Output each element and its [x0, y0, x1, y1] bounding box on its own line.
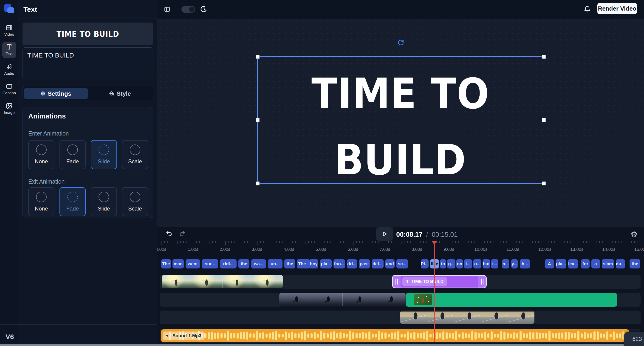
- timeline-audio-clip[interactable]: Sound-1.Mp3: [161, 329, 629, 342]
- caption-word-chip[interactable]: the: [284, 259, 295, 268]
- tab-settings[interactable]: ⚙ Settings: [24, 88, 88, 99]
- selection-bounding-box[interactable]: [257, 56, 544, 184]
- sidebar-item-video[interactable]: Video: [2, 22, 16, 39]
- exit-animation-option-scale[interactable]: Scale: [122, 187, 148, 216]
- sidebar-toggle-button[interactable]: [164, 6, 170, 13]
- ruler-tick: [510, 241, 510, 243]
- ruler-tick: [366, 241, 366, 243]
- enter-animation-option-fade[interactable]: Fade: [60, 140, 86, 169]
- sidebar-item-text[interactable]: TText: [2, 42, 16, 58]
- horizontal-scrollbar[interactable]: [0, 344, 644, 346]
- caption-word-chip[interactable]: h...: [520, 259, 530, 268]
- caption-word-chip[interactable]: foo...: [334, 259, 345, 268]
- canvas-area[interactable]: TIME TO BUILD: [157, 19, 644, 227]
- caption-word-chip[interactable]: for: [581, 259, 590, 268]
- notifications-bell-icon[interactable]: [584, 6, 591, 13]
- ruler-label: 4.00s: [284, 247, 294, 252]
- exit-animation-option-none[interactable]: None: [28, 187, 54, 216]
- timeline-settings-gear-icon[interactable]: ⚙: [631, 230, 638, 239]
- exit-animation-option-fade[interactable]: Fade: [60, 187, 86, 216]
- resize-handle-mid-left[interactable]: [256, 118, 260, 122]
- caption-word-chip[interactable]: lea...: [568, 259, 578, 268]
- clip-trim-handle-right[interactable]: [478, 276, 486, 288]
- text-content-input[interactable]: TIME TO BUILD: [22, 47, 153, 78]
- rotate-handle-icon[interactable]: [398, 39, 404, 46]
- waveform-bar: [378, 331, 380, 340]
- timeline-text-clip[interactable]: T TIME TO BUILD: [392, 275, 487, 288]
- caption-word-chip[interactable]: boy: [309, 259, 318, 268]
- caption-word-chip[interactable]: un...: [268, 259, 282, 268]
- theme-toggle-switch[interactable]: [182, 6, 195, 13]
- ruler-tick: [462, 241, 462, 243]
- undo-button[interactable]: [166, 230, 173, 237]
- cycling-video-clip[interactable]: [400, 310, 534, 324]
- dark-mode-moon-icon[interactable]: [200, 6, 207, 13]
- sidebar-item-image[interactable]: Image: [2, 100, 16, 117]
- resize-handle-top-right[interactable]: [542, 55, 546, 59]
- ruler-label: 7.00s: [380, 247, 390, 252]
- enter-animation-option-none[interactable]: None: [28, 140, 54, 169]
- waveform-bar: [507, 333, 509, 339]
- caption-word-chip[interactable]: to: [440, 259, 446, 268]
- sidebar-item-caption[interactable]: Caption: [2, 81, 16, 97]
- caption-word-chip[interactable]: and: [386, 259, 394, 268]
- caption-word-chip[interactable]: slam: [602, 259, 614, 268]
- resize-handle-mid-right[interactable]: [542, 118, 546, 122]
- caption-word-chip[interactable]: sur...: [202, 259, 218, 268]
- enter-animation-option-scale[interactable]: Scale: [122, 140, 148, 169]
- caption-word-chip[interactable]: man: [172, 259, 184, 268]
- caption-word-chip[interactable]: The: [297, 259, 307, 268]
- ruler-tick: [583, 241, 584, 243]
- resize-handle-bottom-left[interactable]: [256, 182, 260, 186]
- caption-word-chip[interactable]: went: [186, 259, 200, 268]
- caption-word-chip[interactable]: n...: [502, 259, 509, 268]
- caption-word-chip[interactable]: The: [161, 259, 171, 268]
- caption-word-chip[interactable]: t...: [491, 259, 498, 268]
- caption-word-chip[interactable]: ridi...: [220, 259, 236, 268]
- timeline-ruler[interactable]: 0.00s1.00s2.00s3.00s4.00s5.00s6.00s7.00s…: [157, 241, 644, 254]
- caption-word-chip[interactable]: du...: [616, 259, 625, 268]
- caption-word-chip[interactable]: pla...: [556, 259, 566, 268]
- redo-button[interactable]: [179, 230, 186, 237]
- ruler-tick: [516, 241, 516, 243]
- enter-animation-option-slide[interactable]: Slide: [91, 140, 117, 169]
- text-preview-card[interactable]: TIME TO BUILD: [22, 23, 153, 45]
- ruler-tick: [615, 241, 616, 243]
- playhead-marker[interactable]: [432, 241, 437, 245]
- waveform-bar: [220, 333, 222, 338]
- caption-word-chip[interactable]: but: [482, 259, 490, 268]
- resize-handle-bottom-right[interactable]: [542, 182, 546, 186]
- sidebar-item-audio[interactable]: Audio: [2, 61, 16, 78]
- caption-word-chip[interactable]: wa...: [251, 259, 266, 268]
- exit-animation-option-slide[interactable]: Slide: [91, 187, 117, 216]
- app-logo[interactable]: [4, 3, 15, 14]
- play-button[interactable]: [376, 227, 393, 241]
- caption-word-chip[interactable]: past: [359, 259, 370, 268]
- playhead-line[interactable]: [434, 241, 435, 342]
- caption-word-chip[interactable]: y...: [511, 259, 518, 268]
- ruler-tick: [426, 241, 427, 243]
- caption-word-chip[interactable]: g...: [447, 259, 456, 268]
- resize-handle-top-left[interactable]: [256, 55, 260, 59]
- soccer-video-clip[interactable]: [279, 293, 406, 306]
- surf-video-clip[interactable]: [162, 275, 283, 288]
- caption-word-chip[interactable]: A: [545, 259, 554, 268]
- clip-trim-handle-left[interactable]: [393, 276, 400, 288]
- total-duration: 00:15.01: [432, 231, 458, 238]
- caption-word-chip[interactable]: def...: [372, 259, 384, 268]
- tab-style[interactable]: Style: [88, 88, 152, 99]
- caption-word-chip[interactable]: Pl...: [421, 259, 428, 268]
- caption-word-chip[interactable]: a: [592, 259, 600, 268]
- render-video-button[interactable]: Render Video: [598, 3, 637, 14]
- caption-word-chip[interactable]: on: [456, 259, 463, 268]
- caption-word-chip[interactable]: o...: [473, 259, 482, 268]
- caption-word-chip[interactable]: the: [238, 259, 250, 268]
- caption-word-chip[interactable]: sc...: [396, 259, 408, 268]
- ruler-tick: [494, 241, 494, 243]
- caption-word-chip[interactable]: pla...: [320, 259, 332, 268]
- waveform-bar: [365, 333, 367, 339]
- caption-word-chip[interactable]: the: [630, 259, 640, 268]
- caption-word-chip[interactable]: t...: [464, 259, 472, 268]
- caption-word-chip[interactable]: dri...: [347, 259, 357, 268]
- timeline-green-clip[interactable]: [406, 293, 617, 307]
